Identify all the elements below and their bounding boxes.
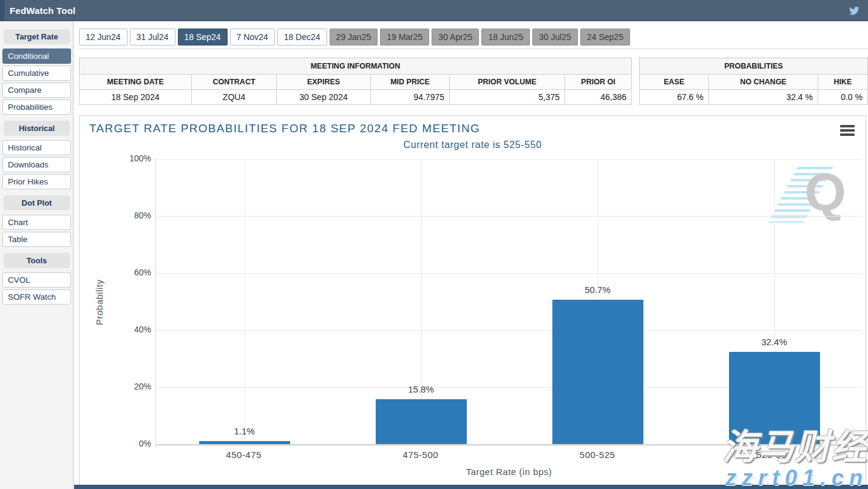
prior-oi-value: 46,386	[565, 90, 632, 105]
chart-title: TARGET RATE PROBABILITIES FOR 18 SEP 202…	[89, 122, 480, 135]
sidebar-section-dot-plot: Dot Plot	[4, 195, 70, 211]
bar-value-label: 50.7%	[509, 285, 686, 295]
tab-30-jul25[interactable]: 30 Jul25	[532, 29, 578, 46]
sidebar-item-cumulative[interactable]: Cumulative	[2, 66, 71, 81]
tab-29-jan25[interactable]: 29 Jan25	[330, 29, 378, 46]
sidebar-item-cvol[interactable]: CVOL	[2, 272, 71, 288]
sidebar-section-historical: Historical	[4, 121, 70, 136]
y-axis-title: Probability	[94, 159, 104, 445]
y-tick-label: 0%	[117, 439, 151, 448]
col-mid-price: MID PRICE	[371, 75, 450, 90]
col-expires: EXPIRES	[277, 75, 371, 90]
sidebar-item-chart[interactable]: Chart	[2, 215, 71, 230]
sidebar-item-historical[interactable]: Historical	[2, 140, 71, 155]
x-tick-500-525: 500-525	[509, 450, 686, 460]
sidebar-section-tools: Tools	[4, 253, 70, 268]
table-header-row: EASE NO CHANGE HIKE	[640, 75, 868, 90]
tab-30-apr25[interactable]: 30 Apr25	[432, 29, 479, 46]
tab-18-dec24[interactable]: 18 Dec24	[277, 29, 327, 46]
meeting-date-value: 18 Sep 2024	[80, 90, 192, 105]
twitter-icon[interactable]	[846, 4, 862, 18]
meeting-tabs: 12 Jun24 31 Jul24 18 Sep24 7 Nov24 18 De…	[79, 29, 868, 49]
sidebar-item-table[interactable]: Table	[2, 232, 71, 247]
chart-category-525-550: 32.4%	[686, 159, 863, 444]
app-header: FedWatch Tool	[0, 0, 868, 21]
y-tick-label: 20%	[117, 382, 151, 391]
tab-12-jun24[interactable]: 12 Jun24	[79, 29, 127, 46]
y-tick-label: 80%	[117, 211, 151, 220]
sidebar: Target Rate Conditional Cumulative Compa…	[0, 21, 73, 489]
chart-subtitle: Current target rate is 525-550	[80, 140, 866, 150]
sidebar-section-target-rate: Target Rate	[4, 29, 70, 44]
main-content: 12 Jun24 31 Jul24 18 Sep24 7 Nov24 18 De…	[73, 21, 868, 489]
table-row: 67.6 % 32.4 % 0.0 %	[640, 90, 868, 105]
table-header-row: MEETING DATE CONTRACT EXPIRES MID PRICE …	[80, 75, 632, 90]
info-tables: MEETING INFORMATION MEETING DATE CONTRAC…	[79, 58, 868, 105]
x-axis-title: Target Rate (in bps)	[155, 467, 863, 477]
sidebar-item-compare[interactable]: Compare	[2, 83, 71, 98]
bar-525-550[interactable]	[729, 352, 820, 444]
tab-18-jun25[interactable]: 18 Jun25	[481, 29, 530, 46]
y-tick-label: 40%	[117, 325, 151, 334]
col-ease: EASE	[640, 75, 709, 90]
sidebar-item-downloads[interactable]: Downloads	[2, 157, 71, 172]
footer-bar	[74, 485, 868, 489]
contract-value: ZQU4	[192, 90, 277, 105]
plot-area: 1.1% 15.8% 50.7% 32.4%	[155, 159, 863, 445]
tab-31-jul24[interactable]: 31 Jul24	[130, 29, 175, 46]
x-axis-labels: 450-475 475-500 500-525 525-550	[155, 450, 863, 460]
bar-450-475[interactable]	[199, 441, 290, 444]
category-row: 1.1% 15.8% 50.7% 32.4%	[156, 159, 863, 444]
x-tick-450-475: 450-475	[155, 450, 332, 460]
tab-7-nov24[interactable]: 7 Nov24	[230, 29, 275, 46]
col-prior-volume: PRIOR VOLUME	[450, 75, 565, 90]
probability-chart: TARGET RATE PROBABILITIES FOR 18 SEP 202…	[79, 115, 866, 486]
sidebar-item-probabilities[interactable]: Probabilities	[2, 99, 71, 115]
x-tick-475-500: 475-500	[332, 450, 509, 460]
sidebar-item-prior-hikes[interactable]: Prior Hikes	[2, 174, 71, 189]
probabilities-title: PROBABILITIES	[639, 58, 868, 74]
tab-24-sep25[interactable]: 24 Sep25	[580, 29, 630, 46]
col-contract: CONTRACT	[192, 75, 277, 90]
y-gridline	[156, 444, 863, 445]
col-no-change: NO CHANGE	[709, 75, 818, 90]
chart-category-450-475: 1.1%	[156, 159, 333, 444]
bar-value-label: 32.4%	[686, 337, 863, 347]
y-tick-label: 60%	[117, 268, 151, 277]
bar-500-525[interactable]	[552, 300, 643, 444]
col-prior-oi: PRIOR OI	[565, 75, 632, 90]
app-title: FedWatch Tool	[10, 5, 75, 16]
no-change-value: 32.4 %	[709, 90, 818, 105]
probabilities-table: PROBABILITIES EASE NO CHANGE HIKE 67.6 %…	[639, 58, 868, 105]
mid-price-value: 94.7975	[371, 90, 450, 105]
bar-value-label: 15.8%	[333, 384, 509, 394]
ease-value: 67.6 %	[640, 90, 709, 105]
meeting-information-table: MEETING INFORMATION MEETING DATE CONTRAC…	[79, 58, 632, 105]
sidebar-item-conditional[interactable]: Conditional	[2, 49, 71, 64]
prior-volume-value: 5,375	[450, 90, 565, 105]
col-meeting-date: MEETING DATE	[80, 75, 192, 90]
col-hike: HIKE	[818, 75, 868, 90]
x-tick-525-550: 525-550	[686, 450, 863, 460]
bar-475-500[interactable]	[376, 399, 467, 444]
header-accent	[0, 0, 4, 21]
sidebar-item-sofr-watch[interactable]: SOFR Watch	[2, 289, 71, 305]
hike-value: 0.0 %	[818, 90, 868, 105]
table-row: 18 Sep 2024 ZQU4 30 Sep 2024 94.7975 5,3…	[80, 90, 632, 105]
chart-menu-icon[interactable]	[840, 125, 855, 138]
chart-category-500-525: 50.7%	[509, 159, 686, 444]
y-tick-label: 100%	[117, 153, 151, 163]
chart-category-475-500: 15.8%	[333, 159, 509, 444]
bar-value-label: 1.1%	[156, 426, 333, 436]
tab-18-sep24[interactable]: 18 Sep24	[178, 29, 228, 46]
meeting-information-title: MEETING INFORMATION	[79, 58, 632, 74]
expires-value: 30 Sep 2024	[277, 90, 371, 105]
tab-19-mar25[interactable]: 19 Mar25	[380, 29, 429, 46]
